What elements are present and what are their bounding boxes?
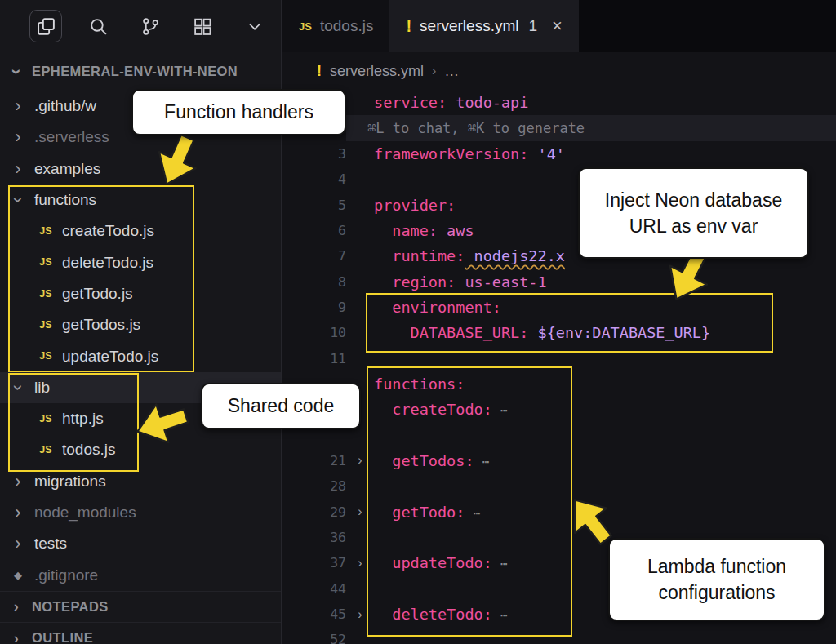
- code-token: deleteTodo:: [374, 606, 492, 623]
- tree-item-createtodo-js[interactable]: JScreateTodo.js: [0, 215, 281, 246]
- code-line[interactable]: service: todo-api: [282, 90, 836, 115]
- code-line[interactable]: 21› getTodos: ⋯: [282, 448, 836, 473]
- code-line[interactable]: [282, 422, 836, 447]
- code-token: provider:: [374, 197, 456, 214]
- line-number: 36: [282, 530, 346, 545]
- sidebar-section-notepads[interactable]: ›NOTEPADS: [0, 591, 281, 622]
- code-line[interactable]: 8 region: us-east-1: [282, 269, 836, 294]
- tree-item-label: .gitignore: [34, 566, 98, 584]
- workspace-label: EPHEMERAL-ENV-WITH-NEON: [32, 64, 238, 79]
- source-control-icon[interactable]: [134, 10, 167, 42]
- code-line[interactable]: 28: [282, 473, 836, 499]
- chevron-down-icon[interactable]: [238, 10, 271, 42]
- code-token: us-east-1: [456, 273, 546, 291]
- line-number: 21: [282, 453, 346, 469]
- tree-item-label: updateTodo.js: [62, 348, 158, 366]
- code-token: updateTodo:: [374, 554, 492, 571]
- workspace-header[interactable]: › EPHEMERAL-ENV-WITH-NEON: [0, 52, 281, 91]
- code-token: runtime:: [374, 247, 465, 264]
- tab-bar: JS todos.js ! serverless.yml 1 ×: [282, 0, 836, 52]
- extensions-icon[interactable]: [186, 10, 219, 42]
- code-text: getTodos: ⋯: [374, 452, 491, 469]
- code-line[interactable]: 9 environment:: [282, 295, 836, 320]
- code-token: ⋯: [465, 506, 481, 521]
- tree-item-node-modules[interactable]: ›node_modules: [0, 497, 281, 528]
- js-file-icon: JS: [38, 226, 54, 237]
- tree-item-label: node_modules: [34, 504, 136, 522]
- tree-item-label: deleteTodo.js: [62, 254, 153, 272]
- tree-item-updatetodo-js[interactable]: JSupdateTodo.js: [0, 340, 281, 371]
- files-icon[interactable]: [29, 10, 62, 42]
- chevron-right-icon: ›: [10, 535, 26, 553]
- code-text: runtime: nodejs22.x: [374, 247, 565, 264]
- tab-label: todos.js: [320, 17, 373, 35]
- code-token: ${env:DATABASE_URL}: [528, 324, 710, 341]
- js-file-icon: JS: [38, 445, 54, 455]
- code-token: getTodos:: [374, 452, 474, 469]
- close-icon[interactable]: ×: [552, 16, 563, 37]
- code-token: region:: [374, 273, 456, 291]
- code-token: ⋯: [492, 403, 509, 418]
- tree-item--gitignore[interactable]: ◆.gitignore: [0, 559, 281, 590]
- fold-chevron-icon[interactable]: ›: [346, 504, 374, 519]
- code-text: deleteTodo: ⋯: [374, 606, 509, 623]
- code-line[interactable]: 10 DATABASE_URL: ${env:DATABASE_URL}: [282, 320, 836, 345]
- chevron-right-icon: ›: [10, 504, 26, 522]
- js-file-icon: JS: [38, 414, 54, 424]
- breadcrumb[interactable]: ! serverless.yml › …: [282, 52, 836, 90]
- code-token: environment:: [374, 299, 501, 316]
- chevron-right-icon: ›: [10, 473, 26, 491]
- tree-item-label: examples: [34, 160, 100, 178]
- tree-item-label: todos.js: [62, 441, 115, 459]
- line-number: 44: [282, 581, 346, 597]
- code-token: todo-api: [447, 94, 528, 111]
- tree-item-examples[interactable]: ›examples: [0, 153, 281, 184]
- fold-chevron-icon[interactable]: ›: [346, 556, 374, 571]
- tree-item-label: functions: [34, 191, 96, 209]
- code-line[interactable]: 3frameworkVersion: '4': [282, 141, 836, 167]
- tree-item-migrations[interactable]: ›migrations: [0, 466, 281, 497]
- tree-item-gettodo-js[interactable]: JSgetTodo.js: [0, 278, 281, 309]
- line-number: 45: [282, 606, 346, 622]
- code-line[interactable]: functions:: [282, 371, 836, 397]
- chevron-right-icon: ›: [10, 160, 26, 178]
- line-number: 52: [282, 632, 346, 644]
- sidebar-section-outline[interactable]: ›OUTLINE: [0, 622, 281, 644]
- tab-serverless-yml[interactable]: ! serverless.yml 1 ×: [389, 0, 579, 52]
- file-tree: ›.github/w›.serverless›examples›function…: [0, 91, 281, 591]
- tree-item-gettodos-js[interactable]: JSgetTodos.js: [0, 309, 281, 340]
- tree-item-label: createTodo.js: [62, 222, 154, 240]
- line-number: 6: [282, 223, 346, 238]
- fold-chevron-icon[interactable]: ›: [346, 607, 374, 622]
- diamond-icon: ◆: [10, 570, 26, 580]
- tree-item-label: tests: [34, 535, 67, 553]
- activity-bar: [0, 0, 281, 52]
- callout-shared-code: Shared code: [201, 383, 361, 429]
- warning-icon: !: [317, 63, 322, 80]
- code-line[interactable]: 52: [282, 627, 836, 644]
- code-token: createTodo:: [374, 401, 492, 418]
- code-text: createTodo: ⋯: [374, 401, 509, 418]
- code-line[interactable]: 11: [282, 345, 836, 371]
- code-text: updateTodo: ⋯: [374, 554, 509, 571]
- tree-item-label: .serverless: [34, 128, 109, 146]
- chevron-right-icon: ›: [432, 64, 436, 78]
- code-token: frameworkVersion:: [374, 145, 528, 162]
- code-line[interactable]: createTodo: ⋯: [282, 397, 836, 422]
- tree-item-label: .github/w: [34, 97, 96, 115]
- code-token: ⋯: [474, 455, 491, 469]
- tree-item-functions[interactable]: ›functions: [0, 184, 281, 215]
- tree-item-label: http.js: [62, 410, 104, 428]
- section-label: NOTEPADS: [32, 599, 109, 615]
- search-icon[interactable]: [82, 10, 114, 42]
- tab-todos-js[interactable]: JS todos.js: [282, 0, 389, 52]
- ai-hint-line[interactable]: ⌘L to chat, ⌘K to generate: [282, 115, 836, 140]
- tree-item-tests[interactable]: ›tests: [0, 528, 281, 559]
- tab-modified-badge: 1: [528, 17, 537, 35]
- code-token: getTodo:: [374, 504, 465, 521]
- tree-item-deletetodo-js[interactable]: JSdeleteTodo.js: [0, 246, 281, 278]
- line-number: 8: [282, 274, 346, 290]
- fold-chevron-icon[interactable]: ›: [346, 453, 374, 468]
- code-text: frameworkVersion: '4': [374, 145, 565, 162]
- line-number: 11: [282, 351, 346, 366]
